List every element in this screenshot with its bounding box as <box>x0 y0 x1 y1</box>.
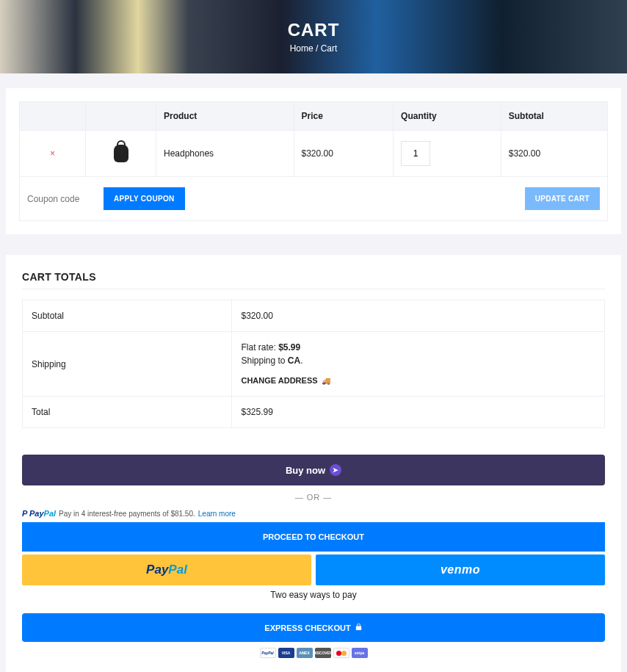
stripe-badge-icon: stripe <box>352 648 368 658</box>
or-separator: — OR — <box>22 493 605 502</box>
payment-methods: PayPal VISA AMEX DISCOVER stripe <box>22 648 605 665</box>
lock-icon <box>355 623 363 632</box>
paypal-pay-in-4-message: P PayPal Pay in 4 interest-free payments… <box>22 509 605 518</box>
paypal-logo-icon: PayPal <box>146 563 187 577</box>
proceed-checkout-button[interactable]: PROCEED TO CHECKOUT <box>22 522 605 552</box>
amex-badge-icon: AMEX <box>297 648 313 658</box>
learn-more-link[interactable]: Learn more <box>198 510 236 518</box>
apply-coupon-button[interactable]: APPLY COUPON <box>104 187 185 210</box>
col-product: Product <box>156 102 294 131</box>
coupon-row: APPLY COUPON UPDATE CART <box>20 177 608 221</box>
product-price: $320.00 <box>294 131 394 177</box>
update-cart-button[interactable]: UPDATE CART <box>525 187 600 210</box>
hero-banner: CART Home / Cart <box>0 0 627 73</box>
venmo-button[interactable]: venmo <box>316 554 605 585</box>
col-remove <box>20 102 86 131</box>
visa-badge-icon: VISA <box>278 648 294 658</box>
mastercard-badge-icon <box>333 648 349 658</box>
breadcrumb-home[interactable]: Home <box>290 43 314 54</box>
page-title: CART <box>288 20 340 40</box>
product-subtotal: $320.00 <box>501 131 607 177</box>
discover-badge-icon: DISCOVER <box>315 648 331 658</box>
subtotal-label: Subtotal <box>23 300 232 332</box>
arrow-circle-icon: ➤ <box>330 464 341 476</box>
two-ways-text: Two easy ways to pay <box>22 590 605 600</box>
cart-totals-panel: CART TOTALS Subtotal $320.00 Shipping Fl… <box>6 255 621 672</box>
express-checkout-button[interactable]: EXPRESS CHECKOUT <box>22 613 605 642</box>
col-subtotal: Subtotal <box>501 102 607 131</box>
shipping-destination: Shipping to CA. <box>241 355 595 366</box>
cart-totals-title: CART TOTALS <box>22 271 605 289</box>
remove-item-button[interactable]: × <box>27 148 78 159</box>
paypal-badge-icon: PayPal <box>260 648 276 658</box>
paypal-logo-icon: P PayPal <box>22 509 56 518</box>
total-value: $325.99 <box>232 397 605 428</box>
change-address-button[interactable]: CHANGE ADDRESS 🚚 <box>241 376 330 385</box>
col-price: Price <box>294 102 394 131</box>
col-thumb <box>86 102 156 131</box>
coupon-input[interactable] <box>27 188 93 210</box>
total-label: Total <box>23 397 232 428</box>
subtotal-value: $320.00 <box>232 300 605 332</box>
breadcrumb-sep: / <box>316 43 318 54</box>
quantity-input[interactable] <box>401 141 430 166</box>
product-thumb[interactable] <box>114 145 128 162</box>
buy-now-button[interactable]: Buy now ➤ <box>22 455 605 485</box>
breadcrumb: Home / Cart <box>290 43 338 54</box>
truck-icon: 🚚 <box>322 377 330 385</box>
cart-panel: Product Price Quantity Subtotal × Headph… <box>6 88 621 234</box>
col-quantity: Quantity <box>394 102 501 131</box>
totals-table: Subtotal $320.00 Shipping Flat rate: $5.… <box>22 300 605 428</box>
shipping-label: Shipping <box>23 332 232 397</box>
paypal-button[interactable]: PayPal <box>22 554 311 585</box>
shipping-flat-rate: Flat rate: $5.99 <box>241 342 595 353</box>
breadcrumb-current: Cart <box>321 43 338 54</box>
cart-table: Product Price Quantity Subtotal × Headph… <box>19 101 608 221</box>
cart-row: × Headphones $320.00 $320.00 <box>20 131 608 177</box>
product-name[interactable]: Headphones <box>156 131 294 177</box>
